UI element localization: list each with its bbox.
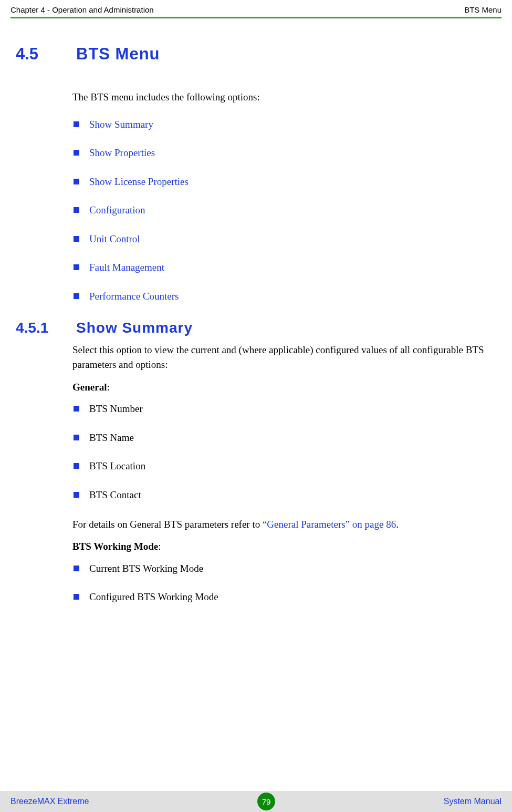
- list-item: BTS Contact: [72, 488, 496, 502]
- menu-option-link[interactable]: Show License Properties: [89, 176, 189, 187]
- menu-option-link[interactable]: Show Properties: [89, 147, 155, 158]
- general-items-list: BTS Number BTS Name BTS Location BTS Con…: [72, 402, 496, 502]
- subsection-title: Show Summary: [76, 320, 193, 336]
- section-title: BTS Menu: [76, 45, 160, 64]
- section-number: 4.5: [16, 45, 55, 64]
- page-footer: BreezeMAX Extreme 79 System Manual: [0, 791, 512, 812]
- section-body: The BTS menu includes the following opti…: [72, 90, 496, 304]
- content-area: 4.5 BTS Menu The BTS menu includes the f…: [0, 18, 512, 604]
- list-item: BTS Name: [72, 431, 496, 445]
- list-item: Performance Counters: [72, 290, 496, 304]
- list-item: Current BTS Working Mode: [72, 562, 496, 576]
- general-detail-suffix: .: [396, 519, 399, 530]
- list-item: BTS Location: [72, 459, 496, 474]
- list-item: Show Properties: [72, 146, 496, 160]
- general-label: General: [72, 382, 107, 393]
- general-heading: General:: [72, 380, 496, 395]
- menu-option-link[interactable]: Unit Control: [89, 233, 140, 244]
- menu-options-list: Show Summary Show Properties Show Licens…: [72, 118, 496, 304]
- section-heading: 4.5 BTS Menu: [16, 45, 496, 64]
- menu-option-link[interactable]: Configuration: [89, 204, 145, 215]
- list-item: Configured BTS Working Mode: [72, 590, 496, 604]
- footer-right: System Manual: [444, 797, 501, 806]
- working-mode-items-list: Current BTS Working Mode Configured BTS …: [72, 562, 496, 604]
- list-item: Show License Properties: [72, 175, 496, 189]
- list-item: Unit Control: [72, 232, 496, 246]
- general-detail-prefix: For details on General BTS parameters re…: [72, 519, 263, 530]
- list-item: BTS Number: [72, 402, 496, 416]
- list-item: Fault Management: [72, 261, 496, 275]
- header-left: Chapter 4 - Operation and Administration: [11, 5, 154, 14]
- working-mode-heading: BTS Working Mode:: [72, 539, 496, 554]
- subsection-body: Select this option to view the current a…: [72, 343, 496, 604]
- general-detail-paragraph: For details on General BTS parameters re…: [72, 517, 496, 532]
- list-item: Configuration: [72, 203, 496, 218]
- subsection-number: 4.5.1: [16, 320, 55, 336]
- menu-option-link[interactable]: Fault Management: [89, 262, 164, 273]
- page-header: Chapter 4 - Operation and Administration…: [0, 0, 512, 17]
- list-item: Show Summary: [72, 118, 496, 132]
- subsection-heading: 4.5.1 Show Summary: [16, 320, 496, 336]
- header-right: BTS Menu: [464, 5, 501, 14]
- menu-option-link[interactable]: Performance Counters: [89, 291, 179, 302]
- menu-option-link[interactable]: Show Summary: [89, 119, 153, 130]
- intro-paragraph: The BTS menu includes the following opti…: [72, 90, 496, 105]
- page-number-badge: 79: [257, 793, 275, 810]
- working-mode-label: BTS Working Mode: [72, 541, 158, 552]
- cross-reference-link[interactable]: “General Parameters” on page 86: [263, 519, 396, 530]
- subsection-intro: Select this option to view the current a…: [72, 343, 496, 373]
- footer-left: BreezeMAX Extreme: [11, 797, 89, 806]
